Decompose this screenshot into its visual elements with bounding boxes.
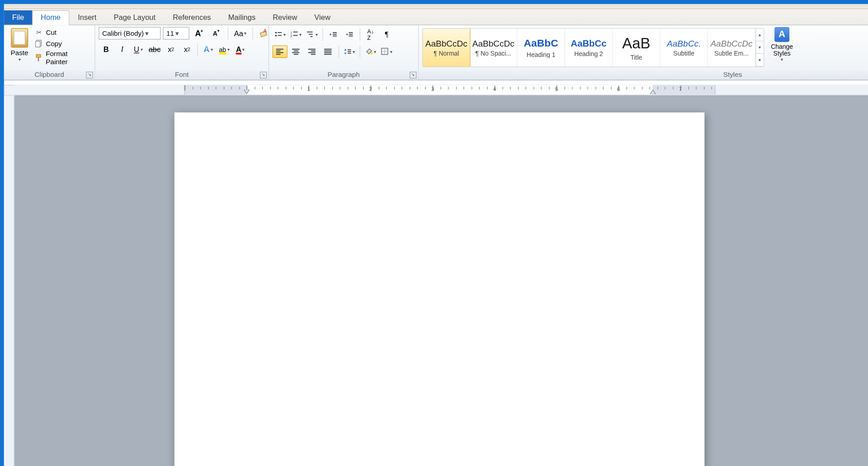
styles-expand-button[interactable]: ▾	[755, 54, 764, 66]
numbering-button[interactable]: 12▾	[288, 28, 303, 41]
style-preview: AaBbC	[524, 37, 558, 49]
styles-scroll-up[interactable]: ▴	[755, 28, 764, 41]
style-name-label: Subtitle	[673, 50, 694, 56]
tab-references[interactable]: References	[164, 10, 219, 25]
svg-rect-34	[311, 54, 316, 55]
tab-home[interactable]: Home	[32, 10, 69, 25]
align-left-button[interactable]	[273, 45, 288, 58]
styles-scroll-down[interactable]: ▾	[755, 41, 764, 54]
paintbrush-icon	[35, 54, 43, 62]
style-item-0[interactable]: AaBbCcDc¶ Normal	[422, 28, 471, 67]
svg-rect-38	[324, 54, 331, 55]
superscript-button[interactable]: x2	[179, 43, 194, 56]
align-right-button[interactable]	[305, 45, 320, 58]
svg-rect-15	[309, 34, 313, 35]
copy-button[interactable]: Copy	[35, 39, 91, 47]
highlight-button[interactable]: ab▾	[217, 43, 232, 56]
shading-button[interactable]: ▾	[363, 45, 378, 58]
increase-indent-button[interactable]	[342, 28, 357, 41]
ruler-corner[interactable]	[4, 85, 15, 96]
group-label-clipboard: Clipboard ↘	[4, 70, 95, 80]
italic-button[interactable]: I	[115, 43, 130, 56]
bold-button[interactable]: B	[99, 43, 113, 56]
underline-button[interactable]: U▾	[131, 43, 146, 56]
vertical-ruler[interactable]	[4, 85, 14, 466]
cut-label: Cut	[46, 28, 57, 37]
styles-gallery[interactable]: AaBbCcDc¶ NormalAaBbCcDc¶ No Spaci...AaB…	[422, 28, 764, 67]
style-name-label: ¶ Normal	[434, 50, 459, 56]
document-page[interactable]	[175, 113, 705, 466]
svg-rect-30	[294, 54, 298, 55]
change-case-button[interactable]: Aa▾	[232, 27, 248, 40]
font-dialog-launcher[interactable]: ↘	[260, 72, 267, 79]
style-preview: AaBbCc	[571, 38, 606, 48]
font-size-combo[interactable]: 11 ▾	[163, 27, 189, 40]
style-item-4[interactable]: AaBTitle	[613, 28, 660, 66]
sort-button[interactable]: A↓Z	[363, 28, 378, 41]
svg-rect-41	[348, 51, 351, 52]
ruler-number: 6	[617, 86, 620, 92]
strikethrough-button[interactable]: abc	[147, 43, 162, 56]
style-preview: AaB	[622, 34, 650, 52]
format-painter-button[interactable]: Format Painter	[35, 50, 91, 66]
style-item-3[interactable]: AaBbCcHeading 2	[565, 28, 613, 66]
bullets-button[interactable]: ▾	[273, 28, 288, 41]
svg-rect-23	[276, 49, 283, 50]
style-item-2[interactable]: AaBbCHeading 1	[518, 28, 565, 66]
change-styles-button[interactable]: A Change Styles ▾	[766, 27, 797, 62]
align-center-button[interactable]	[288, 45, 303, 58]
tab-file[interactable]: File	[4, 10, 32, 25]
borders-button[interactable]: ▾	[379, 45, 394, 58]
ribbon-tab-strip: File Home Insert Page Layout References …	[4, 9, 868, 25]
svg-rect-31	[308, 49, 315, 50]
tab-view[interactable]: View	[306, 10, 339, 25]
svg-text:2: 2	[290, 34, 292, 38]
style-item-5[interactable]: AaBbCc.Subtitle	[660, 28, 708, 66]
tab-mailings[interactable]: Mailings	[220, 10, 264, 25]
decrease-indent-button[interactable]	[326, 28, 341, 41]
line-spacing-button[interactable]: ▾	[342, 45, 357, 58]
ruler-number: 3	[431, 86, 434, 92]
outdent-icon	[329, 30, 337, 38]
shrink-font-button[interactable]: A▾	[209, 27, 224, 40]
document-workspace: 1234567	[4, 85, 868, 466]
grow-font-button[interactable]: A▴	[192, 27, 207, 40]
paragraph-dialog-launcher[interactable]: ↘	[410, 72, 416, 79]
numbering-icon: 12	[290, 30, 298, 38]
font-family-combo[interactable]: Calibri (Body) ▾	[99, 27, 160, 40]
font-color-button[interactable]: A▾	[233, 43, 248, 56]
ruler-number: 5	[555, 86, 558, 92]
change-styles-label: Change Styles	[771, 43, 793, 56]
svg-rect-33	[308, 52, 315, 53]
horizontal-ruler[interactable]: 1234567	[14, 85, 868, 95]
clipboard-dialog-launcher[interactable]: ↘	[86, 72, 93, 79]
ruler-number: 4	[493, 86, 496, 92]
svg-point-43	[371, 52, 373, 54]
first-line-indent-marker[interactable]	[244, 89, 250, 94]
style-item-6[interactable]: AaBbCcDcSubtle Em...	[708, 28, 755, 66]
text-effects-button[interactable]: A▾	[201, 43, 216, 56]
svg-rect-27	[292, 49, 299, 50]
svg-rect-18	[333, 34, 337, 35]
tab-insert[interactable]: Insert	[69, 10, 105, 25]
style-item-1[interactable]: AaBbCcDc¶ No Spaci...	[470, 28, 517, 66]
justify-button[interactable]	[321, 45, 335, 58]
cut-button[interactable]: ✂ Cut	[35, 28, 91, 37]
svg-rect-7	[278, 32, 282, 33]
ruler-number: 2	[369, 86, 372, 92]
tab-page-layout[interactable]: Page Layout	[105, 10, 164, 25]
svg-rect-22	[349, 36, 353, 37]
borders-icon	[381, 47, 389, 56]
subscript-button[interactable]: x2	[164, 43, 179, 56]
group-styles: AaBbCcDc¶ NormalAaBbCcDc¶ No Spaci...AaB…	[419, 25, 868, 80]
right-indent-marker[interactable]	[650, 89, 656, 94]
svg-rect-19	[333, 36, 337, 37]
style-name-label: Heading 1	[527, 51, 556, 58]
tab-review[interactable]: Review	[264, 10, 306, 25]
svg-rect-21	[349, 34, 353, 35]
svg-rect-24	[276, 51, 280, 52]
svg-rect-36	[324, 51, 331, 52]
multilevel-list-button[interactable]: ▾	[305, 28, 320, 41]
show-hide-button[interactable]: ¶	[379, 28, 394, 41]
paste-button[interactable]: Paste ▾	[7, 27, 31, 62]
